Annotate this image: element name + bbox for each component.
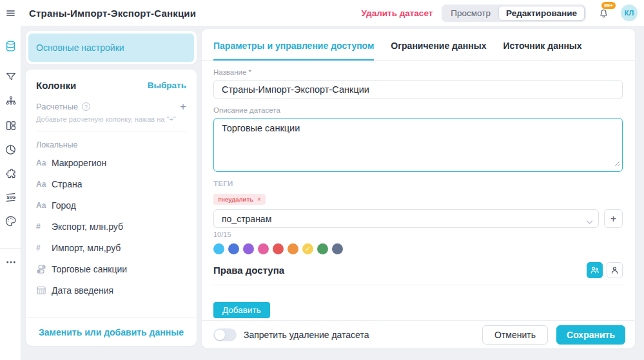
column-item[interactable]: Дата введения — [36, 279, 186, 301]
save-button[interactable]: Сохранить — [556, 325, 625, 345]
footer-bar: Запретить удаление датасета Отменить Сох… — [202, 320, 635, 348]
dataset-settings-panel: Параметры и управление доступом Ограниче… — [202, 29, 635, 348]
access-rights-title: Права доступа — [213, 265, 284, 276]
column-item[interactable]: Aa Макрорегион — [36, 152, 186, 173]
view-mode-button[interactable]: Просмотр — [443, 6, 498, 21]
cancel-button[interactable]: Отменить — [482, 325, 548, 345]
column-item[interactable]: Торговые санкции — [36, 258, 186, 279]
color-swatch[interactable] — [332, 243, 343, 254]
tab-data-source[interactable]: Источник данных — [503, 41, 581, 61]
palette-icon[interactable] — [0, 215, 21, 227]
notifications-button[interactable]: 99+ — [595, 5, 612, 21]
calculated-label: Расчетные — [36, 102, 78, 111]
svg-icon[interactable]: SVG — [0, 191, 21, 204]
user-access-button[interactable] — [607, 262, 623, 278]
notification-badge: 99+ — [601, 2, 616, 9]
svg-text:SVG: SVG — [6, 195, 15, 200]
puzzle-icon[interactable] — [0, 167, 21, 180]
tags-label: ТЕГИ — [213, 180, 623, 187]
column-item[interactable]: # Импорт, млн,руб — [36, 237, 186, 258]
rail-divider — [0, 248, 21, 249]
page-title: Страны-Импорт-Экспорт-Санкции — [29, 8, 196, 19]
boolean-type-icon — [36, 264, 52, 274]
chevron-down-icon[interactable] — [586, 216, 593, 227]
avatar[interactable]: КЛ — [621, 5, 638, 21]
prevent-deletion-toggle[interactable] — [213, 328, 237, 341]
hierarchy-icon[interactable] — [0, 95, 21, 107]
columns-title: Колонки — [36, 80, 76, 91]
delete-dataset-link[interactable]: Удалить датасет — [362, 8, 433, 18]
column-item[interactable]: # Экспорт, млн.руб — [36, 216, 186, 237]
color-swatch[interactable] — [243, 243, 254, 254]
group-access-button[interactable] — [587, 262, 603, 278]
filter-icon[interactable] — [0, 71, 21, 82]
icon-rail: SVG — [0, 0, 21, 360]
menu-icon[interactable] — [0, 8, 21, 19]
database-icon[interactable] — [0, 40, 21, 52]
calendar-type-icon — [36, 285, 52, 296]
tag-color-picker: ✓ — [213, 243, 623, 254]
column-item[interactable]: Aa Город — [36, 194, 186, 216]
text-type-icon: Aa — [36, 158, 52, 167]
tab-bar: Параметры и управление доступом Ограниче… — [202, 29, 635, 61]
add-calculated-column-button[interactable]: + — [180, 101, 186, 112]
tab-data-restriction[interactable]: Ограничение данных — [391, 41, 486, 61]
columns-card: Колонки Выбрать Расчетные ? + Добавьте р… — [26, 70, 197, 346]
check-icon: ✓ — [305, 245, 310, 252]
prevent-deletion-label: Запретить удаление датасета — [244, 330, 369, 340]
choose-columns-link[interactable]: Выбрать — [148, 81, 186, 90]
number-type-icon: # — [36, 222, 52, 231]
tag-chip: #неудалить × — [213, 194, 266, 205]
view-mode-switch: Просмотр Редактирование — [442, 5, 586, 22]
number-type-icon: # — [36, 243, 52, 252]
color-swatch[interactable] — [228, 243, 239, 254]
add-access-button[interactable]: Добавить — [213, 302, 270, 318]
description-textarea[interactable]: Торговые санкции — [213, 118, 623, 172]
tag-input[interactable] — [213, 209, 599, 228]
tab-parameters-access[interactable]: Параметры и управление доступом — [213, 41, 374, 61]
edit-mode-button[interactable]: Редактирование — [498, 6, 585, 21]
group-icon — [590, 265, 600, 275]
column-item[interactable]: Aa Страна — [36, 173, 186, 194]
remove-tag-icon[interactable]: × — [257, 196, 261, 203]
color-swatch[interactable] — [273, 243, 284, 254]
tag-length-counter: 10/15 — [213, 231, 623, 238]
color-swatch[interactable] — [258, 243, 269, 254]
color-swatch-selected[interactable]: ✓ — [302, 243, 313, 254]
divider — [213, 285, 623, 285]
text-type-icon: Aa — [36, 201, 52, 210]
color-swatch[interactable] — [317, 243, 328, 254]
text-type-icon: Aa — [36, 180, 52, 189]
more-icon[interactable] — [0, 256, 21, 268]
local-columns-label: Локальные — [36, 140, 186, 149]
name-label: Название * — [213, 68, 623, 76]
pie-chart-icon[interactable] — [0, 144, 21, 156]
calculated-hint: Добавьте расчетную колонку, нажав на "+" — [36, 115, 186, 123]
add-tag-button[interactable]: + — [604, 209, 623, 228]
top-bar: Страны-Импорт-Экспорт-Санкции Удалить да… — [0, 0, 644, 26]
help-icon[interactable]: ? — [82, 102, 90, 111]
layout-icon[interactable] — [0, 120, 21, 131]
color-swatch[interactable] — [288, 243, 298, 254]
resize-handle-icon[interactable] — [614, 158, 620, 169]
replace-data-link[interactable]: Заменить или добавить данные — [39, 327, 184, 337]
settings-nav-card: Основные настройки — [26, 31, 197, 64]
color-swatch[interactable] — [213, 243, 224, 254]
person-icon — [610, 265, 620, 275]
description-label: Описание датасета — [213, 106, 623, 114]
main-settings-item[interactable]: Основные настройки — [28, 33, 194, 62]
divider — [36, 131, 186, 131]
name-input[interactable] — [213, 80, 623, 99]
